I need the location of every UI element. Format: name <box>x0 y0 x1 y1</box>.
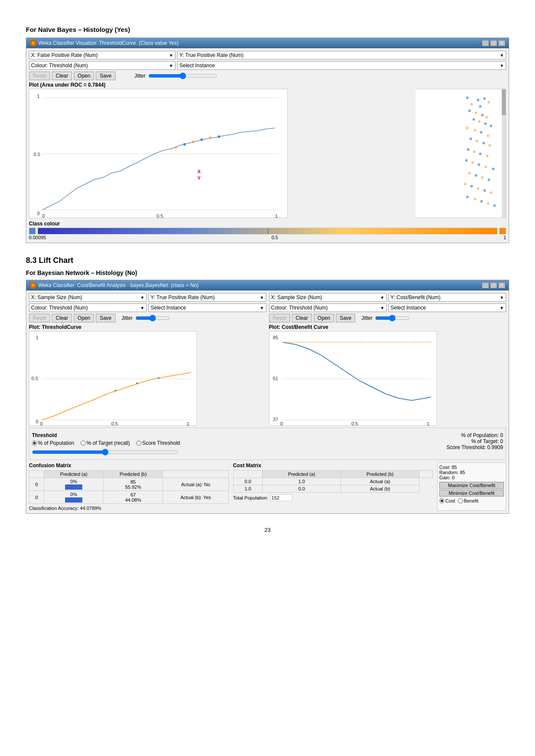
svg-text:1: 1 <box>275 213 278 218</box>
left-btn-row: Reset Clear Open Save Jitter <box>29 314 266 322</box>
right-jitter-slider[interactable] <box>375 315 410 322</box>
cost-info-panel: Cost: 85 Random: 85 Gain: 0 Maximize Cos… <box>437 462 506 511</box>
radio-score-btn[interactable] <box>136 440 141 446</box>
left-y-dropdown[interactable]: Y: True Positive Rate (Num) ▼ <box>148 293 266 302</box>
svg-point-49 <box>468 172 471 175</box>
colour-swatch-blue <box>29 228 36 234</box>
blue-bar-r2 <box>65 497 82 503</box>
right-open-btn[interactable]: Open <box>314 314 334 322</box>
x-dropdown-1[interactable]: X: False Positive Rate (Num) ▼ <box>29 51 175 59</box>
svg-point-13 <box>200 138 203 141</box>
minimize-cost-btn[interactable]: Minimize Cost/Benefit <box>439 490 504 497</box>
maximize-btn-1[interactable]: □ <box>490 40 497 46</box>
cost-matrix-label: Cost Matrix <box>233 462 433 469</box>
radio-pop-btn[interactable] <box>32 440 37 446</box>
maximize-cost-btn[interactable]: Maximize Cost/Benefit <box>439 482 504 489</box>
right-save-btn[interactable]: Save <box>336 314 355 322</box>
left-clear-btn[interactable]: Clear <box>52 314 72 322</box>
svg-point-55 <box>477 187 479 190</box>
weka-icon-1 <box>30 40 37 47</box>
left-colour-row: Colour: Threshold (Num) ▼ Select Instanc… <box>29 303 266 312</box>
right-clear-btn[interactable]: Clear <box>292 314 312 322</box>
svg-point-18 <box>466 97 469 99</box>
right-panel: X: Sample Size (Num) ▼ Y: Cost/Benefit (… <box>269 293 507 426</box>
save-btn-1[interactable]: Save <box>96 72 115 80</box>
reset-btn-1[interactable]: Reset <box>29 72 50 80</box>
bottom-row: Confusion Matrix Predicted (a) Predicted… <box>29 462 506 511</box>
threshold-label: Threshold <box>32 432 266 438</box>
right-select-arrow: ▼ <box>500 306 504 310</box>
cost-benefit-radio-row: Cost Benefit <box>439 498 504 503</box>
jitter-slider-1[interactable] <box>148 72 217 79</box>
left-save-btn[interactable]: Save <box>96 314 115 322</box>
class-colour-label: Class colour <box>29 221 506 227</box>
svg-point-28 <box>472 118 475 121</box>
svg-point-54 <box>470 185 473 187</box>
threshold-main-slider[interactable] <box>32 449 178 456</box>
cost-empty-cell2 <box>419 471 432 478</box>
svg-point-52 <box>488 178 490 181</box>
window-controls-1[interactable]: _ □ ✕ <box>482 40 505 46</box>
x-dropdown-arrow-1: ▼ <box>169 53 173 58</box>
radio-population[interactable]: % of Population <box>32 440 74 446</box>
close-btn-2[interactable]: ✕ <box>498 282 505 288</box>
right-y-dropdown[interactable]: Y: Cost/Benefit (Num) ▼ <box>388 293 506 302</box>
svg-text:0.5: 0.5 <box>156 213 163 218</box>
right-x-dropdown[interactable]: X: Sample Size (Num) ▼ <box>269 293 387 302</box>
left-jitter-slider[interactable] <box>135 315 170 322</box>
gradient-midpoint <box>268 228 269 234</box>
radio-target-btn[interactable] <box>81 440 86 446</box>
select-instance-dropdown-1[interactable]: Select Instance ▼ <box>177 61 506 70</box>
window-controls-2[interactable]: _ □ ✕ <box>482 282 505 288</box>
svg-point-25 <box>475 112 477 114</box>
confusion-header-row: Predicted (a) Predicted (b) <box>29 471 229 478</box>
left-xy-row: X: Sample Size (Num) ▼ Y: True Positive … <box>29 293 266 302</box>
radio-target[interactable]: % of Target (recall) <box>81 440 130 446</box>
svg-point-19 <box>477 99 479 101</box>
clear-btn-1[interactable]: Clear <box>52 72 72 80</box>
close-btn-1[interactable]: ✕ <box>498 40 505 46</box>
open-btn-1[interactable]: Open <box>74 72 94 80</box>
cost-matrix-wrapper: Cost Matrix Predicted (a) Predicted (b) … <box>233 462 433 511</box>
left-panel: X: Sample Size (Num) ▼ Y: True Positive … <box>29 293 266 426</box>
left-x-arrow: ▼ <box>140 295 144 300</box>
left-jitter-row: Jitter <box>122 315 170 322</box>
y-dropdown-1[interactable]: Y: True Positive Rate (Num) ▼ <box>177 51 506 59</box>
svg-point-37 <box>476 140 478 142</box>
radio-benefit[interactable]: Benefit <box>458 498 479 503</box>
minimize-btn-2[interactable]: _ <box>482 282 489 288</box>
left-open-btn[interactable]: Open <box>74 314 94 322</box>
svg-point-22 <box>479 105 482 108</box>
svg-text:0.5: 0.5 <box>351 421 358 426</box>
svg-point-50 <box>475 174 477 177</box>
svg-point-65 <box>31 284 35 287</box>
scatter-chart <box>416 89 506 218</box>
svg-text:1: 1 <box>37 94 40 99</box>
svg-point-33 <box>474 129 476 131</box>
maximize-btn-2[interactable]: □ <box>490 282 497 288</box>
radio-cost[interactable]: Cost <box>439 498 455 503</box>
svg-text:1: 1 <box>36 335 38 340</box>
confusion-r2-a: 0 <box>29 491 44 504</box>
confusion-r1-label: Actual (a): No <box>163 478 228 491</box>
threshold-info-pop: % of Population: 0 <box>270 432 504 438</box>
minimize-btn-1[interactable]: _ <box>482 40 489 46</box>
colour-dropdown-1[interactable]: Colour: Threshold (Num) ▼ <box>29 61 175 70</box>
left-x-dropdown[interactable]: X: Sample Size (Num) ▼ <box>29 293 147 302</box>
svg-point-29 <box>478 120 481 123</box>
left-select-instance[interactable]: Select Instance ▼ <box>148 303 266 312</box>
right-colour-dropdown[interactable]: Colour: Threshold (Num) ▼ <box>269 303 387 312</box>
right-reset-btn[interactable]: Reset <box>269 314 290 322</box>
left-colour-dropdown[interactable]: Colour: Threshold (Num) ▼ <box>29 303 147 312</box>
right-select-instance[interactable]: Select Instance ▼ <box>388 303 506 312</box>
left-reset-btn[interactable]: Reset <box>29 314 50 322</box>
bayesian-network-title: For Bayesian Network – Histology (No) <box>26 269 509 276</box>
total-pop-input[interactable] <box>271 494 292 501</box>
colour-swatch-orange <box>499 228 506 234</box>
radio-cost-btn[interactable] <box>439 498 444 503</box>
radio-benefit-btn[interactable] <box>458 498 463 503</box>
svg-point-74 <box>115 390 116 391</box>
threshold-slider-row <box>32 449 266 457</box>
svg-text:61: 61 <box>273 376 278 381</box>
radio-score[interactable]: Score Threshold <box>136 440 180 446</box>
